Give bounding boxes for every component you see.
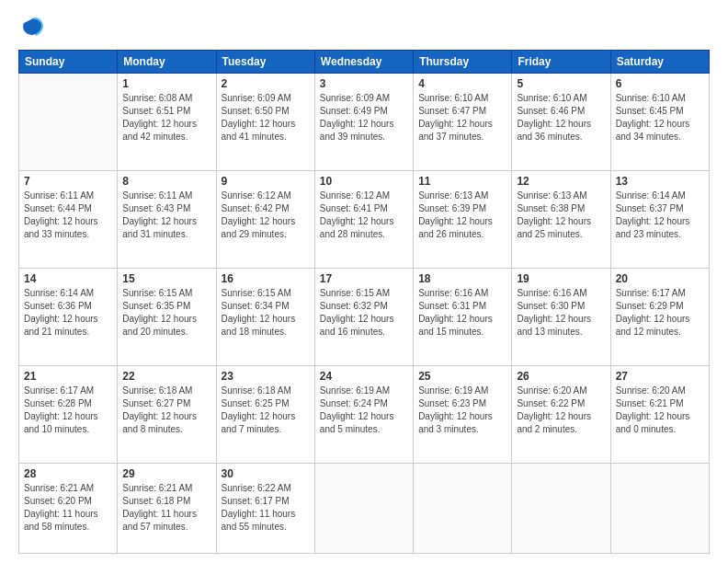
- day-info: Sunrise: 6:11 AM Sunset: 6:43 PM Dayligh…: [122, 190, 210, 241]
- day-info: Sunrise: 6:12 AM Sunset: 6:42 PM Dayligh…: [222, 190, 310, 241]
- calendar-cell: [414, 464, 512, 554]
- day-number: 25: [418, 370, 506, 383]
- page: SundayMondayTuesdayWednesdayThursdayFrid…: [0, 0, 728, 563]
- day-info: Sunrise: 6:10 AM Sunset: 6:45 PM Dayligh…: [616, 92, 704, 144]
- day-number: 20: [616, 272, 704, 285]
- day-info: Sunrise: 6:17 AM Sunset: 6:29 PM Dayligh…: [616, 287, 704, 339]
- day-info: Sunrise: 6:13 AM Sunset: 6:39 PM Dayligh…: [418, 190, 506, 241]
- calendar-cell: 27Sunrise: 6:20 AM Sunset: 6:21 PM Dayli…: [610, 366, 709, 464]
- calendar-cell: 4Sunrise: 6:10 AM Sunset: 6:47 PM Daylig…: [414, 74, 512, 171]
- logo: [18, 15, 48, 40]
- calendar-cell: [610, 464, 709, 554]
- calendar-cell: 13Sunrise: 6:14 AM Sunset: 6:37 PM Dayli…: [610, 171, 709, 269]
- weekday-header: Tuesday: [216, 51, 314, 74]
- day-number: 23: [222, 370, 310, 383]
- calendar-cell: 8Sunrise: 6:11 AM Sunset: 6:43 PM Daylig…: [118, 171, 216, 269]
- day-info: Sunrise: 6:12 AM Sunset: 6:41 PM Dayligh…: [320, 190, 408, 241]
- calendar-cell: 14Sunrise: 6:14 AM Sunset: 6:36 PM Dayli…: [19, 269, 118, 366]
- calendar-cell: 11Sunrise: 6:13 AM Sunset: 6:39 PM Dayli…: [414, 171, 512, 269]
- day-info: Sunrise: 6:14 AM Sunset: 6:36 PM Dayligh…: [24, 287, 112, 339]
- day-info: Sunrise: 6:18 AM Sunset: 6:27 PM Dayligh…: [122, 385, 210, 436]
- calendar-cell: 21Sunrise: 6:17 AM Sunset: 6:28 PM Dayli…: [19, 366, 118, 464]
- day-number: 30: [222, 467, 310, 480]
- day-number: 28: [24, 467, 112, 480]
- calendar-cell: 7Sunrise: 6:11 AM Sunset: 6:44 PM Daylig…: [19, 171, 118, 269]
- day-number: 12: [517, 175, 605, 188]
- day-info: Sunrise: 6:15 AM Sunset: 6:32 PM Dayligh…: [320, 287, 408, 339]
- calendar-cell: 1Sunrise: 6:08 AM Sunset: 6:51 PM Daylig…: [118, 74, 216, 171]
- calendar-cell: 12Sunrise: 6:13 AM Sunset: 6:38 PM Dayli…: [512, 171, 610, 269]
- calendar-cell: 5Sunrise: 6:10 AM Sunset: 6:46 PM Daylig…: [512, 74, 610, 171]
- weekday-header: Wednesday: [314, 51, 413, 74]
- header: [18, 15, 710, 40]
- calendar-cell: 3Sunrise: 6:09 AM Sunset: 6:49 PM Daylig…: [314, 74, 413, 171]
- day-number: 26: [517, 370, 605, 383]
- calendar-week-row: 1Sunrise: 6:08 AM Sunset: 6:51 PM Daylig…: [19, 74, 710, 171]
- day-number: 7: [24, 175, 112, 188]
- calendar-week-row: 28Sunrise: 6:21 AM Sunset: 6:20 PM Dayli…: [19, 464, 710, 554]
- calendar-cell: 26Sunrise: 6:20 AM Sunset: 6:22 PM Dayli…: [512, 366, 610, 464]
- day-number: 4: [418, 77, 506, 90]
- calendar-week-row: 7Sunrise: 6:11 AM Sunset: 6:44 PM Daylig…: [19, 171, 710, 269]
- day-info: Sunrise: 6:22 AM Sunset: 6:17 PM Dayligh…: [222, 482, 310, 534]
- day-info: Sunrise: 6:19 AM Sunset: 6:24 PM Dayligh…: [320, 385, 408, 436]
- calendar-cell: 10Sunrise: 6:12 AM Sunset: 6:41 PM Dayli…: [314, 171, 413, 269]
- day-number: 17: [320, 272, 408, 285]
- calendar-cell: 29Sunrise: 6:21 AM Sunset: 6:18 PM Dayli…: [118, 464, 216, 554]
- calendar-cell: 23Sunrise: 6:18 AM Sunset: 6:25 PM Dayli…: [216, 366, 314, 464]
- day-number: 10: [320, 175, 408, 188]
- calendar-week-row: 14Sunrise: 6:14 AM Sunset: 6:36 PM Dayli…: [19, 269, 710, 366]
- day-info: Sunrise: 6:21 AM Sunset: 6:18 PM Dayligh…: [122, 482, 210, 534]
- day-info: Sunrise: 6:11 AM Sunset: 6:44 PM Dayligh…: [24, 190, 112, 241]
- day-info: Sunrise: 6:17 AM Sunset: 6:28 PM Dayligh…: [24, 385, 112, 436]
- calendar-cell: [19, 74, 118, 171]
- calendar-cell: 2Sunrise: 6:09 AM Sunset: 6:50 PM Daylig…: [216, 74, 314, 171]
- day-number: 1: [122, 77, 210, 90]
- day-info: Sunrise: 6:14 AM Sunset: 6:37 PM Dayligh…: [616, 190, 704, 241]
- weekday-header: Friday: [512, 51, 610, 74]
- day-number: 24: [320, 370, 408, 383]
- day-info: Sunrise: 6:10 AM Sunset: 6:46 PM Dayligh…: [517, 92, 605, 144]
- day-info: Sunrise: 6:18 AM Sunset: 6:25 PM Dayligh…: [222, 385, 310, 436]
- calendar-cell: 30Sunrise: 6:22 AM Sunset: 6:17 PM Dayli…: [216, 464, 314, 554]
- weekday-header: Thursday: [414, 51, 512, 74]
- weekday-header: Sunday: [19, 51, 118, 74]
- day-number: 22: [122, 370, 210, 383]
- calendar-cell: 16Sunrise: 6:15 AM Sunset: 6:34 PM Dayli…: [216, 269, 314, 366]
- day-info: Sunrise: 6:10 AM Sunset: 6:47 PM Dayligh…: [418, 92, 506, 144]
- day-info: Sunrise: 6:15 AM Sunset: 6:34 PM Dayligh…: [222, 287, 310, 339]
- calendar-cell: 25Sunrise: 6:19 AM Sunset: 6:23 PM Dayli…: [414, 366, 512, 464]
- calendar-cell: 6Sunrise: 6:10 AM Sunset: 6:45 PM Daylig…: [610, 74, 709, 171]
- day-info: Sunrise: 6:16 AM Sunset: 6:31 PM Dayligh…: [418, 287, 506, 339]
- day-number: 6: [616, 77, 704, 90]
- day-info: Sunrise: 6:20 AM Sunset: 6:21 PM Dayligh…: [616, 385, 704, 436]
- calendar-cell: [314, 464, 413, 554]
- day-info: Sunrise: 6:08 AM Sunset: 6:51 PM Dayligh…: [122, 92, 210, 144]
- calendar-cell: 9Sunrise: 6:12 AM Sunset: 6:42 PM Daylig…: [216, 171, 314, 269]
- day-number: 14: [24, 272, 112, 285]
- calendar-cell: 28Sunrise: 6:21 AM Sunset: 6:20 PM Dayli…: [19, 464, 118, 554]
- calendar-cell: 18Sunrise: 6:16 AM Sunset: 6:31 PM Dayli…: [414, 269, 512, 366]
- calendar-cell: 15Sunrise: 6:15 AM Sunset: 6:35 PM Dayli…: [118, 269, 216, 366]
- day-number: 19: [517, 272, 605, 285]
- day-info: Sunrise: 6:21 AM Sunset: 6:20 PM Dayligh…: [24, 482, 112, 534]
- calendar-cell: 17Sunrise: 6:15 AM Sunset: 6:32 PM Dayli…: [314, 269, 413, 366]
- day-number: 9: [222, 175, 310, 188]
- day-info: Sunrise: 6:13 AM Sunset: 6:38 PM Dayligh…: [517, 190, 605, 241]
- calendar-cell: [512, 464, 610, 554]
- calendar-cell: 24Sunrise: 6:19 AM Sunset: 6:24 PM Dayli…: [314, 366, 413, 464]
- day-info: Sunrise: 6:09 AM Sunset: 6:49 PM Dayligh…: [320, 92, 408, 144]
- day-number: 3: [320, 77, 408, 90]
- day-info: Sunrise: 6:20 AM Sunset: 6:22 PM Dayligh…: [517, 385, 605, 436]
- day-number: 21: [24, 370, 112, 383]
- day-number: 18: [418, 272, 506, 285]
- logo-icon: [18, 15, 44, 40]
- calendar-cell: 19Sunrise: 6:16 AM Sunset: 6:30 PM Dayli…: [512, 269, 610, 366]
- day-info: Sunrise: 6:16 AM Sunset: 6:30 PM Dayligh…: [517, 287, 605, 339]
- weekday-header-row: SundayMondayTuesdayWednesdayThursdayFrid…: [19, 51, 710, 74]
- day-number: 8: [122, 175, 210, 188]
- calendar-cell: 22Sunrise: 6:18 AM Sunset: 6:27 PM Dayli…: [118, 366, 216, 464]
- day-number: 15: [122, 272, 210, 285]
- day-number: 2: [222, 77, 310, 90]
- day-number: 13: [616, 175, 704, 188]
